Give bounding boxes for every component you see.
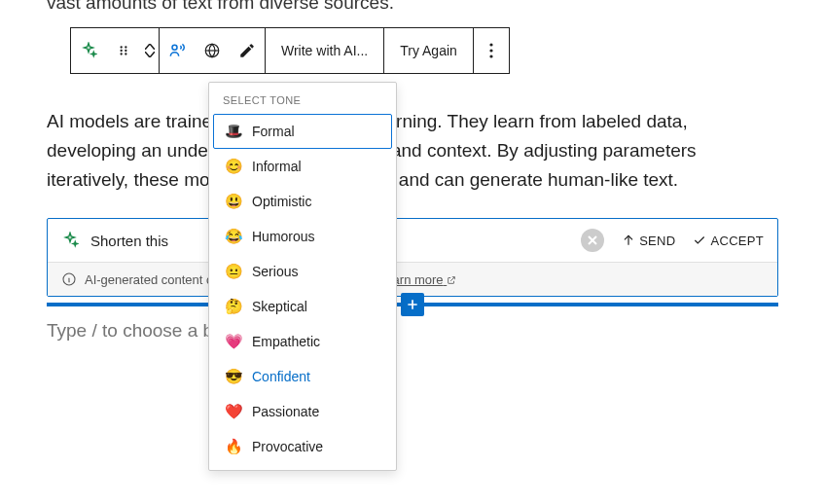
tone-label: Skeptical — [252, 299, 307, 314]
tone-label: Optimistic — [252, 194, 311, 209]
external-link-icon — [447, 275, 456, 285]
content-paragraph[interactable]: AI models are trained using supervised l… — [47, 107, 778, 195]
svg-point-8 — [489, 43, 492, 46]
tone-emoji: 😎 — [225, 368, 242, 385]
tone-option-empathetic[interactable]: 💗Empathetic — [213, 324, 392, 359]
svg-point-3 — [125, 50, 126, 52]
add-block-button[interactable] — [401, 293, 424, 316]
cancel-button[interactable] — [581, 229, 604, 252]
empty-block-placeholder[interactable]: Type / to choose a block — [47, 320, 778, 342]
tone-option-formal[interactable]: 🎩Formal — [213, 114, 392, 149]
check-icon — [693, 234, 706, 247]
svg-point-0 — [121, 46, 123, 48]
write-with-ai-label: Write with AI... — [281, 43, 368, 58]
tone-label: Provocative — [252, 439, 323, 454]
tone-option-passionate[interactable]: ❤️Passionate — [213, 394, 392, 429]
tone-emoji: 😐 — [225, 263, 242, 280]
tone-emoji: 🤔 — [225, 298, 242, 315]
pencil-icon[interactable] — [230, 28, 265, 73]
tone-label: Passionate — [252, 404, 319, 419]
tone-emoji: ❤️ — [225, 403, 242, 420]
tone-emoji: 😃 — [225, 193, 242, 210]
ai-disclaimer: AI-generated content could be inaccurate… — [48, 262, 777, 296]
svg-point-9 — [489, 49, 492, 52]
ai-sparkle-icon[interactable] — [71, 28, 106, 73]
tone-label: Confident — [252, 369, 310, 384]
accept-label: ACCEPT — [710, 234, 764, 248]
try-again-button[interactable]: Try Again — [384, 28, 473, 73]
block-insert-line — [47, 303, 778, 306]
tone-option-skeptical[interactable]: 🤔Skeptical — [213, 289, 392, 324]
svg-point-4 — [121, 53, 123, 54]
tone-emoji: 💗 — [225, 333, 242, 350]
ai-assistant-panel: SEND ACCEPT AI-generated content could b… — [47, 218, 778, 297]
info-icon — [61, 271, 77, 287]
tone-dropdown: SELECT TONE 🎩Formal😊Informal😃Optimistic😂… — [208, 82, 397, 471]
tone-option-humorous[interactable]: 😂Humorous — [213, 219, 392, 254]
tone-emoji: 🔥 — [225, 438, 242, 455]
tone-emoji: 😊 — [225, 158, 242, 175]
tone-option-provocative[interactable]: 🔥Provocative — [213, 429, 392, 464]
svg-point-10 — [489, 54, 492, 57]
tone-emoji: 🎩 — [225, 123, 242, 140]
move-up-down[interactable] — [141, 44, 159, 57]
dropdown-header: SELECT TONE — [209, 83, 396, 114]
send-button[interactable]: SEND — [622, 234, 675, 248]
arrow-up-icon — [622, 234, 635, 247]
plus-icon — [405, 297, 420, 312]
try-again-label: Try Again — [400, 43, 457, 58]
chevron-up-icon — [145, 44, 155, 50]
text-to-speech-icon[interactable] — [160, 28, 195, 73]
write-with-ai-button[interactable]: Write with AI... — [266, 28, 383, 73]
tone-label: Formal — [252, 124, 295, 139]
svg-point-6 — [172, 45, 177, 50]
tone-emoji: 😂 — [225, 228, 242, 245]
tone-label: Humorous — [252, 229, 315, 244]
previous-paragraph-tail: vast amounts of text from diverse source… — [47, 0, 778, 14]
svg-point-1 — [125, 46, 126, 48]
chevron-down-icon — [145, 52, 155, 57]
tone-label: Informal — [252, 159, 302, 174]
svg-point-5 — [125, 53, 126, 54]
svg-point-2 — [121, 50, 123, 52]
tone-label: Serious — [252, 264, 298, 279]
send-label: SEND — [639, 234, 675, 248]
block-toolbar: Write with AI... Try Again — [70, 27, 510, 74]
drag-handle-icon[interactable] — [106, 28, 141, 73]
tone-option-serious[interactable]: 😐Serious — [213, 254, 392, 289]
accept-button[interactable]: ACCEPT — [693, 234, 764, 248]
tone-option-confident[interactable]: 😎Confident — [213, 359, 392, 394]
ai-sparkle-icon — [61, 232, 79, 249]
tone-label: Empathetic — [252, 334, 320, 349]
tone-option-informal[interactable]: 😊Informal — [213, 149, 392, 184]
more-options-icon[interactable] — [474, 28, 509, 73]
globe-icon[interactable] — [195, 28, 230, 73]
tone-option-optimistic[interactable]: 😃Optimistic — [213, 184, 392, 219]
